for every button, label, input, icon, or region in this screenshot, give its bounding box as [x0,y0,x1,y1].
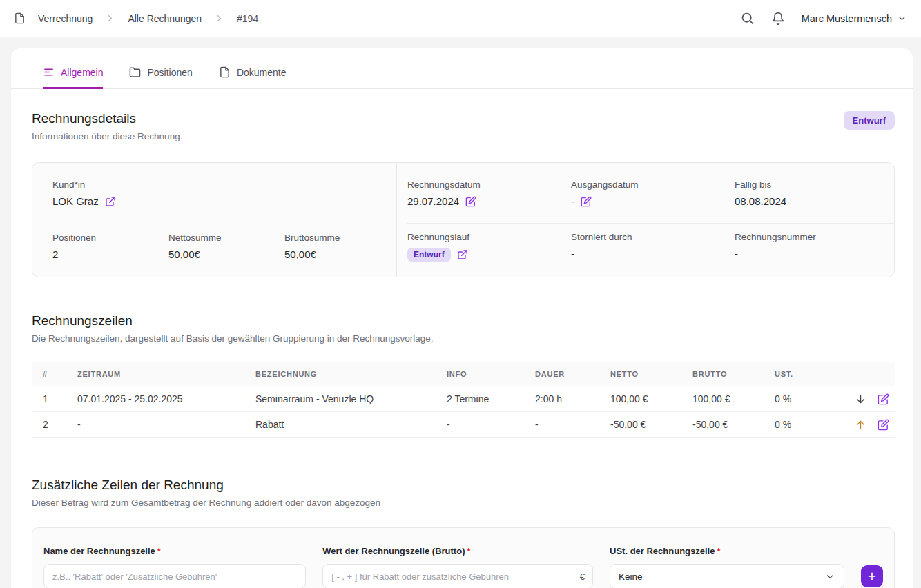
cell-bezeichnung: Seminarraum - Venuzle HQ [250,386,441,412]
cell-netto: 100,00 € [605,386,687,412]
edit-icon[interactable] [581,196,592,207]
bell-icon[interactable] [771,12,785,26]
field-rechnungslauf: Rechnungslauf Entwurf [407,232,571,262]
col-dauer: DAUER [530,362,605,386]
cell-info: - [441,412,530,438]
tab-label: Allgemein [61,67,103,78]
search-icon[interactable] [740,11,755,26]
invoice-details-card: Kund*in LOK Graz Positionen 2 Nettosum [32,162,895,277]
field-value: - [735,248,738,259]
field-value: 50,00€ [168,248,200,260]
extra-line-form: Name der Rechnungszeile* Wert der Rechnu… [32,527,895,588]
tab-label: Dokumente [237,67,287,78]
file-icon [219,66,231,78]
col-bezeichnung: BEZEICHNUNG [250,362,441,386]
field-value: LOK Graz [52,195,99,207]
field-label: Kund*in [52,179,396,190]
field-label: Fällig bis [735,179,894,190]
invoice-lines-table: # ZEITRAUM BEZEICHNUNG INFO DAUER NETTO … [32,362,895,438]
edit-icon[interactable] [878,419,889,431]
field-label: Rechnungslauf [407,232,571,242]
cell-dauer: - [530,412,605,438]
cell-netto: -50,00 € [605,412,687,438]
lines-section: Rechnungszeilen Die Rechnungszeilen, dar… [32,313,895,438]
required-marker: * [157,546,161,556]
field-positionen: Positionen 2 [52,233,168,260]
plus-icon [866,571,878,582]
tab-dokumente[interactable]: Dokumente [219,66,287,89]
col-ust: UST. [769,362,824,386]
cell-num: 2 [32,412,72,438]
field-kunde: Kund*in LOK Graz [52,179,396,224]
col-brutto: BRUTTO [687,362,769,386]
folder-icon [129,66,141,78]
table-header-row: # ZEITRAUM BEZEICHNUNG INFO DAUER NETTO … [32,362,895,386]
chevron-down-icon [897,13,907,23]
chevron-right-icon [214,13,224,23]
field-ausgangsdatum: Ausgangsdatum - [571,179,735,223]
required-marker: * [717,546,720,556]
edit-icon[interactable] [878,393,889,405]
tab-allgemein[interactable]: Allgemein [43,66,103,89]
cell-num: 1 [32,386,72,412]
chevron-right-icon [105,13,115,23]
cell-ust: 0 % [769,412,824,438]
name-input[interactable] [43,564,306,588]
field-storniert-durch: Storniert durch - [571,232,735,262]
field-label: Bruttosumme [284,233,396,243]
col-netto: NETTO [605,362,687,386]
cell-ust: 0 % [769,386,824,412]
external-link-icon[interactable] [457,249,468,260]
field-bruttosumme: Bruttosumme 50,00€ [284,233,396,260]
wert-input[interactable] [322,564,593,588]
main-card: Allgemein Positionen Dokumente Rechnungs… [11,48,913,588]
field-label: Rechnungsnummer [735,232,894,242]
rechnungslauf-badge: Entwurf [407,248,451,262]
field-value: 2 [52,248,58,260]
lines-title: Rechnungszeilen [32,313,895,329]
field-value: 50,00€ [284,248,316,260]
user-menu[interactable]: Marc Mustermensch [802,13,907,24]
cell-info: 2 Termine [441,386,530,412]
table-row: 2 - Rabatt - - -50,00 € -50,00 € 0 % [32,412,895,438]
page-background: Allgemein Positionen Dokumente Rechnungs… [0,37,921,588]
breadcrumb: Verrechnung Alle Rechnungen #194 [14,12,258,24]
details-section-header: Rechnungsdetails Informationen über dies… [32,111,895,141]
details-subtitle: Informationen über diese Rechnung. [32,131,182,141]
ust-selected-value: Keine [619,571,643,582]
chevron-down-icon [825,571,835,582]
cell-brutto: -50,00 € [687,412,769,438]
tab-positionen[interactable]: Positionen [129,66,192,89]
arrow-up-icon[interactable] [855,419,866,431]
ust-select[interactable]: Keine [610,564,844,588]
extra-title: Zusätzliche Zeilen der Rechnung [32,478,895,493]
field-value: 08.08.2024 [735,195,786,207]
extra-subtitle: Dieser Betrag wird zum Gesamtbetrag der … [32,498,895,508]
currency-suffix: € [580,571,585,582]
field-faellig-bis: Fällig bis 08.08.2024 [735,179,894,223]
topbar: Verrechnung Alle Rechnungen #194 Marc Mu… [0,0,921,37]
tab-bar: Allgemein Positionen Dokumente [11,48,913,89]
field-value: - [571,248,574,259]
field-value: 29.07.2024 [407,195,459,207]
col-num: # [32,362,72,386]
arrow-down-icon[interactable] [855,393,866,405]
app-icon [14,12,26,24]
external-link-icon[interactable] [105,196,116,207]
edit-icon[interactable] [465,196,476,207]
topbar-actions: Marc Mustermensch [740,11,907,26]
lines-subtitle: Die Rechnungszeilen, dargestellt auf Bas… [32,333,895,344]
field-label: Nettosumme [168,233,284,243]
breadcrumb-item-invoice-number: #194 [237,13,258,24]
field-nettosumme: Nettosumme 50,00€ [168,233,284,260]
field-value: - [571,195,574,207]
col-info: INFO [441,362,530,386]
field-rechnungsdatum: Rechnungsdatum 29.07.2024 [407,179,571,223]
field-label: Rechnungsdatum [407,179,571,190]
required-marker: * [467,546,470,556]
cell-bezeichnung: Rabatt [250,412,441,438]
breadcrumb-item-verrechnung[interactable]: Verrechnung [38,13,93,24]
add-line-button[interactable] [861,565,883,587]
breadcrumb-item-alle-rechnungen[interactable]: Alle Rechnungen [128,13,202,24]
cell-dauer: 2:00 h [530,386,605,412]
